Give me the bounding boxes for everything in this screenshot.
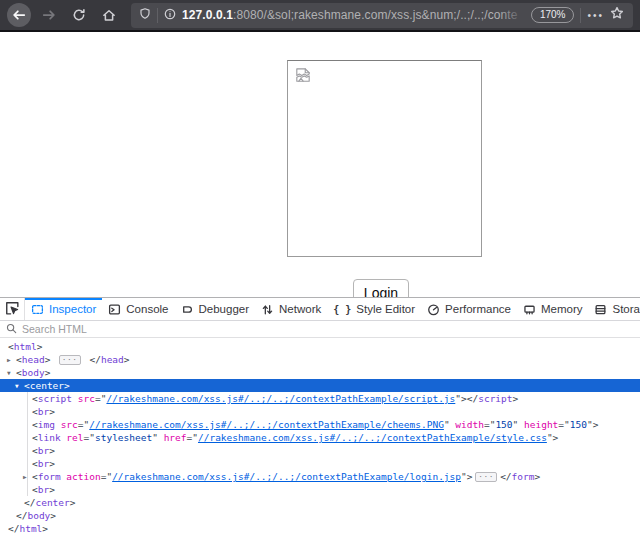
- console-icon: [108, 303, 121, 316]
- tab-label: Network: [279, 303, 321, 315]
- tab-performance[interactable]: Performance: [421, 298, 517, 320]
- devtools-panel: InspectorConsoleDebuggerNetwork{ }Style …: [0, 297, 640, 535]
- tab-storage[interactable]: Storage: [588, 298, 640, 320]
- forward-icon: [42, 8, 56, 22]
- tab-inspector[interactable]: Inspector: [25, 298, 102, 320]
- url-path: :8080/&sol;rakeshmane.com/xss.js&num;/..…: [233, 8, 518, 22]
- expander-closed-icon[interactable]: ▶: [7, 353, 11, 366]
- element-picker-button[interactable]: [0, 298, 25, 320]
- tab-console[interactable]: Console: [102, 298, 174, 320]
- inspector-icon: [31, 303, 44, 316]
- tree-row[interactable]: <html>: [0, 340, 640, 353]
- bookmark-star-icon[interactable]: [610, 6, 624, 24]
- urlbar-divider: [157, 8, 158, 23]
- tab-label: Debugger: [199, 303, 250, 315]
- urlbar-divider: [580, 8, 581, 23]
- tree-row[interactable]: ▶<head> ··· </head>: [0, 353, 640, 366]
- tab-style-editor[interactable]: { }Style Editor: [327, 298, 421, 320]
- tab-label: Console: [126, 303, 168, 315]
- tab-debugger[interactable]: Debugger: [175, 298, 256, 320]
- expander-open-icon[interactable]: ▼: [15, 379, 19, 392]
- tracking-protection-shield-icon[interactable]: [139, 6, 151, 24]
- tree-row[interactable]: ▶<form action="//rakeshmane.com/xss.js#/…: [0, 470, 640, 483]
- devtools-search-row: [0, 321, 640, 338]
- tab-label: Style Editor: [356, 303, 415, 315]
- tree-row[interactable]: </html>: [0, 522, 640, 535]
- tab-memory[interactable]: Memory: [517, 298, 589, 320]
- tree-row[interactable]: <link rel="stylesheet" href="//rakeshman…: [0, 431, 640, 444]
- tree-row[interactable]: <br>: [0, 483, 640, 496]
- forward-button[interactable]: [37, 3, 61, 27]
- reload-icon: [72, 8, 86, 22]
- memory-icon: [523, 303, 536, 316]
- tree-row[interactable]: </center>: [0, 496, 640, 509]
- tree-row[interactable]: <br>: [0, 457, 640, 470]
- tree-row[interactable]: <img src="//rakeshmane.com/xss.js#/..;/.…: [0, 418, 640, 431]
- tree-row[interactable]: <br>: [0, 444, 640, 457]
- site-info-icon[interactable]: [164, 6, 176, 24]
- tab-label: Inspector: [49, 303, 96, 315]
- search-icon: [6, 320, 17, 338]
- html-markup-tree: <html>▶<head> ··· </head>▼<body>▼<center…: [0, 338, 640, 535]
- element-picker-icon: [5, 301, 19, 317]
- tree-row[interactable]: </body>: [0, 509, 640, 522]
- zoom-level-badge[interactable]: 170%: [531, 7, 575, 23]
- style-editor-icon: { }: [333, 304, 351, 315]
- tree-row[interactable]: <br>: [0, 405, 640, 418]
- tab-label: Storage: [612, 303, 640, 315]
- performance-icon: [427, 303, 440, 316]
- tree-row[interactable]: ▼<body>: [0, 366, 640, 379]
- url-host: 127.0.0.1: [182, 8, 233, 22]
- reload-button[interactable]: [67, 3, 91, 27]
- search-html-input[interactable]: [22, 323, 222, 335]
- url-text[interactable]: 127.0.0.1:8080/&sol;rakeshmane.com/xss.j…: [182, 8, 525, 22]
- back-button[interactable]: [7, 3, 31, 27]
- tree-row[interactable]: ▼<center>: [0, 379, 640, 392]
- home-button[interactable]: [97, 3, 121, 27]
- network-icon: [261, 303, 274, 316]
- expander-closed-icon[interactable]: ▶: [23, 470, 27, 483]
- tab-network[interactable]: Network: [255, 298, 327, 320]
- url-bar[interactable]: 127.0.0.1:8080/&sol;rakeshmane.com/xss.j…: [131, 3, 633, 28]
- login-button[interactable]: Login: [353, 279, 409, 297]
- tab-label: Memory: [541, 303, 583, 315]
- page-actions-icon[interactable]: •••: [587, 10, 604, 21]
- browser-window: 127.0.0.1:8080/&sol;rakeshmane.com/xss.j…: [0, 0, 640, 558]
- debugger-icon: [181, 303, 194, 316]
- storage-icon: [594, 303, 607, 316]
- expander-open-icon[interactable]: ▼: [7, 366, 11, 379]
- devtools-tabbar: InspectorConsoleDebuggerNetwork{ }Style …: [0, 298, 640, 321]
- page-viewport: Login: [0, 32, 640, 297]
- tree-row[interactable]: <script src="//rakeshmane.com/xss.js#/..…: [0, 392, 640, 405]
- back-icon: [12, 8, 26, 22]
- browser-toolbar: 127.0.0.1:8080/&sol;rakeshmane.com/xss.j…: [0, 0, 640, 32]
- tab-label: Performance: [445, 303, 511, 315]
- home-icon: [102, 8, 116, 22]
- broken-image-placeholder: [287, 60, 482, 257]
